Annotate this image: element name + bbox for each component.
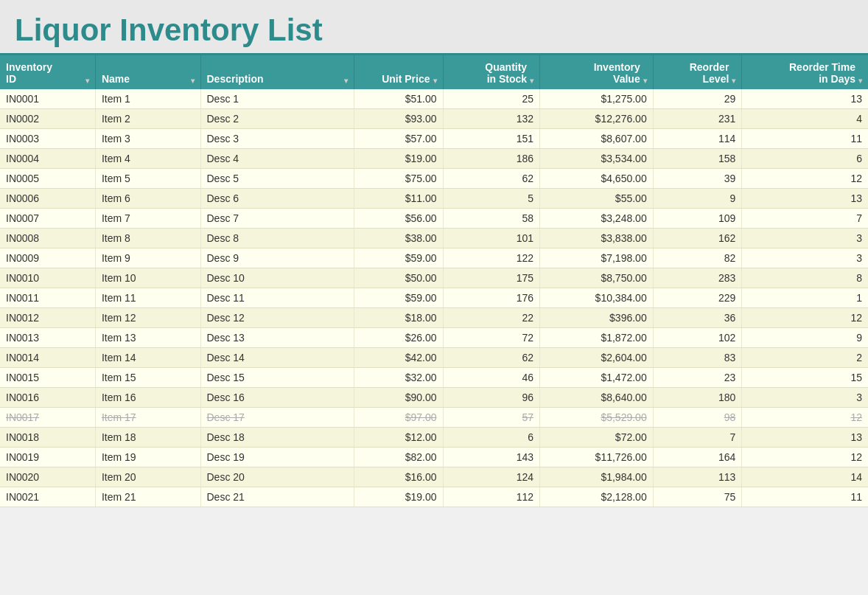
column-header-qty[interactable]: Quantityin Stock▾ xyxy=(443,55,540,89)
cell-days: 14 xyxy=(742,467,868,487)
dropdown-arrow-icon[interactable]: ▾ xyxy=(85,77,89,85)
cell-reord: 109 xyxy=(653,209,742,229)
column-header-days[interactable]: Reorder Timein Days▾ xyxy=(742,55,868,89)
cell-name: Item 19 xyxy=(95,448,200,467)
cell-desc: Desc 14 xyxy=(200,348,354,368)
cell-name: Item 18 xyxy=(95,428,200,448)
table-wrapper: InventoryID▾Name▾Description▾Unit Price▾… xyxy=(0,55,868,507)
cell-desc: Desc 16 xyxy=(200,388,354,408)
cell-inv: $10,384.00 xyxy=(540,288,654,308)
cell-inv: $3,838.00 xyxy=(540,229,654,248)
cell-days: 12 xyxy=(742,408,868,428)
cell-days: 15 xyxy=(742,368,868,388)
cell-days: 13 xyxy=(742,189,868,209)
cell-id: IN0005 xyxy=(0,169,95,189)
cell-desc: Desc 4 xyxy=(200,149,354,169)
cell-price: $75.00 xyxy=(354,169,443,189)
cell-price: $57.00 xyxy=(354,129,443,149)
table-row: IN0012Item 12Desc 12$18.0022$396.003612 xyxy=(0,308,868,328)
cell-qty: 5 xyxy=(443,189,540,209)
cell-reord: 39 xyxy=(653,169,742,189)
column-label-inv: InventoryValue xyxy=(546,61,640,85)
cell-id: IN0021 xyxy=(0,487,95,507)
cell-reord: 83 xyxy=(653,348,742,368)
cell-reord: 29 xyxy=(653,89,742,109)
dropdown-arrow-icon[interactable]: ▾ xyxy=(191,77,195,85)
cell-price: $93.00 xyxy=(354,109,443,129)
column-header-id[interactable]: InventoryID▾ xyxy=(0,55,95,89)
cell-desc: Desc 11 xyxy=(200,288,354,308)
cell-days: 11 xyxy=(742,129,868,149)
column-header-desc[interactable]: Description▾ xyxy=(200,55,354,89)
cell-name: Item 5 xyxy=(95,169,200,189)
cell-inv: $396.00 xyxy=(540,308,654,328)
cell-inv: $55.00 xyxy=(540,189,654,209)
cell-desc: Desc 15 xyxy=(200,368,354,388)
cell-days: 12 xyxy=(742,308,868,328)
dropdown-arrow-icon[interactable]: ▾ xyxy=(433,77,437,85)
cell-reord: 180 xyxy=(653,388,742,408)
cell-price: $26.00 xyxy=(354,328,443,348)
cell-price: $59.00 xyxy=(354,288,443,308)
cell-desc: Desc 2 xyxy=(200,109,354,129)
cell-price: $56.00 xyxy=(354,209,443,229)
cell-reord: 98 xyxy=(653,408,742,428)
cell-inv: $3,534.00 xyxy=(540,149,654,169)
column-label-days: Reorder Timein Days xyxy=(748,61,855,85)
cell-reord: 113 xyxy=(653,467,742,487)
cell-id: IN0004 xyxy=(0,149,95,169)
cell-reord: 75 xyxy=(653,487,742,507)
cell-days: 13 xyxy=(742,428,868,448)
cell-id: IN0013 xyxy=(0,328,95,348)
table-row: IN0008Item 8Desc 8$38.00101$3,838.001623 xyxy=(0,229,868,248)
cell-desc: Desc 6 xyxy=(200,189,354,209)
cell-name: Item 20 xyxy=(95,467,200,487)
cell-name: Item 15 xyxy=(95,368,200,388)
dropdown-arrow-icon[interactable]: ▾ xyxy=(732,77,735,85)
cell-qty: 101 xyxy=(443,229,540,248)
cell-name: Item 6 xyxy=(95,189,200,209)
column-header-reord[interactable]: ReorderLevel▾ xyxy=(653,55,742,89)
cell-id: IN0010 xyxy=(0,268,95,288)
cell-name: Item 2 xyxy=(95,109,200,129)
table-row: IN0001Item 1Desc 1$51.0025$1,275.002913 xyxy=(0,89,868,109)
cell-days: 8 xyxy=(742,268,868,288)
cell-days: 1 xyxy=(742,288,868,308)
cell-reord: 283 xyxy=(653,268,742,288)
cell-name: Item 17 xyxy=(95,408,200,428)
cell-name: Item 13 xyxy=(95,328,200,348)
cell-id: IN0018 xyxy=(0,428,95,448)
cell-desc: Desc 18 xyxy=(200,428,354,448)
dropdown-arrow-icon[interactable]: ▾ xyxy=(858,77,862,85)
cell-qty: 62 xyxy=(443,348,540,368)
cell-inv: $5,529.00 xyxy=(540,408,654,428)
cell-reord: 231 xyxy=(653,109,742,129)
cell-id: IN0007 xyxy=(0,209,95,229)
cell-id: IN0011 xyxy=(0,288,95,308)
cell-name: Item 10 xyxy=(95,268,200,288)
table-row: IN0014Item 14Desc 14$42.0062$2,604.00832 xyxy=(0,348,868,368)
dropdown-arrow-icon[interactable]: ▾ xyxy=(530,77,533,85)
cell-price: $90.00 xyxy=(354,388,443,408)
column-header-price[interactable]: Unit Price▾ xyxy=(354,55,443,89)
cell-qty: 6 xyxy=(443,428,540,448)
cell-reord: 9 xyxy=(653,189,742,209)
cell-reord: 114 xyxy=(653,129,742,149)
cell-inv: $11,726.00 xyxy=(540,448,654,467)
dropdown-arrow-icon[interactable]: ▾ xyxy=(643,77,647,85)
cell-desc: Desc 10 xyxy=(200,268,354,288)
column-header-inv[interactable]: InventoryValue▾ xyxy=(540,55,654,89)
table-row: IN0004Item 4Desc 4$19.00186$3,534.001586 xyxy=(0,149,868,169)
column-label-reord: ReorderLevel xyxy=(659,61,729,85)
table-row: IN0006Item 6Desc 6$11.005$55.00913 xyxy=(0,189,868,209)
column-header-name[interactable]: Name▾ xyxy=(95,55,200,89)
table-row: IN0007Item 7Desc 7$56.0058$3,248.001097 xyxy=(0,209,868,229)
table-row: IN0017Item 17Desc 17$97.0057$5,529.00981… xyxy=(0,408,868,428)
cell-id: IN0006 xyxy=(0,189,95,209)
cell-name: Item 7 xyxy=(95,209,200,229)
dropdown-arrow-icon[interactable]: ▾ xyxy=(344,77,348,85)
cell-reord: 162 xyxy=(653,229,742,248)
cell-inv: $72.00 xyxy=(540,428,654,448)
cell-name: Item 1 xyxy=(95,89,200,109)
cell-inv: $1,984.00 xyxy=(540,467,654,487)
